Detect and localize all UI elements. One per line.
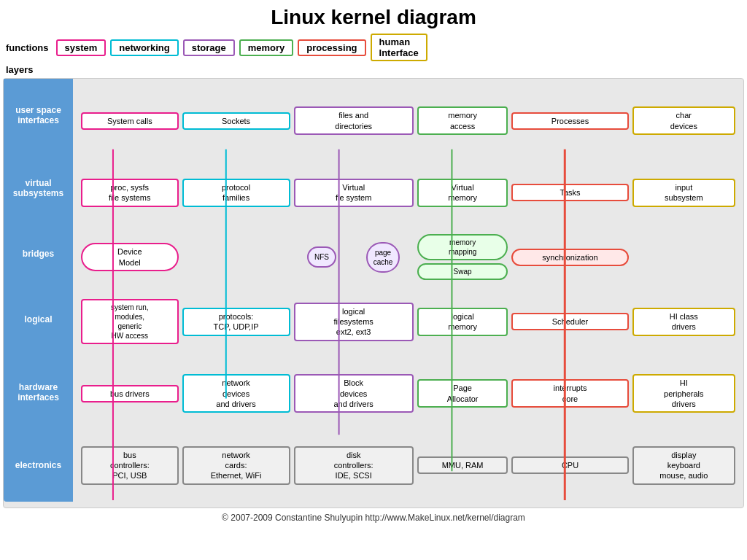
cell-interrupts-core: interruptscore xyxy=(511,379,628,408)
cell-logical-memory: logicalmemory xyxy=(417,308,508,336)
cell-page-cache: pagecache xyxy=(366,242,400,273)
func-networking: networking xyxy=(110,39,178,56)
layer-hardware: hardwareinterfaces xyxy=(4,356,73,429)
cell-page-allocator: PageAllocator xyxy=(417,379,508,408)
cell-display: displaykeyboardmouse, audio xyxy=(632,446,735,485)
func-human: humanInterface xyxy=(371,34,427,61)
cell-mmu-ram: MMU, RAM xyxy=(417,456,508,474)
cell-nfs: NFS xyxy=(307,246,336,268)
cell-memory-mapping: memorymapping xyxy=(417,234,508,260)
layer-bridges: bridges xyxy=(4,225,73,283)
cell-network-cards: networkcards:Ethernet, WiFi xyxy=(182,446,290,485)
diagram-area: user spaceinterfaces virtualsubsystems b… xyxy=(3,78,744,508)
cell-device-model: DeviceModel xyxy=(81,243,179,271)
func-system: system xyxy=(56,39,107,56)
layer-labels: user spaceinterfaces virtualsubsystems b… xyxy=(4,79,73,508)
cell-input-subsystem: inputsubsystem xyxy=(632,179,735,207)
footer: © 2007-2009 Constantine Shulyupin http:/… xyxy=(0,510,747,526)
cell-hi-peripherals: HIperipheralsdrivers xyxy=(632,374,735,413)
layer-user-space: user spaceinterfaces xyxy=(4,79,73,152)
cell-processes: Processes xyxy=(511,112,628,130)
cell-files-directories: files anddirectories xyxy=(294,106,414,135)
cell-block-devices: Blockdevicesand drivers xyxy=(294,374,414,413)
cell-swap: Swap xyxy=(417,263,508,280)
cell-char-devices: chardevices xyxy=(632,106,735,135)
layer-logical: logical xyxy=(4,283,73,356)
cell-hi-class-drivers: HI classdrivers xyxy=(632,308,735,336)
cell-bus-controllers: buscontrollers:PCI, USB xyxy=(81,446,179,485)
cell-memory-access: memoryaccess xyxy=(417,106,508,135)
cell-bus-drivers: bus drivers xyxy=(81,385,179,402)
cell-virtual-filesystem: Virtualfle system xyxy=(294,179,414,207)
cell-system-run: system run,modules,genericHW access xyxy=(81,299,179,344)
cell-protocols-tcp: protocols:TCP, UDP,IP xyxy=(182,308,290,336)
cell-scheduler: Scheduler xyxy=(511,313,628,330)
layer-electronics: electronics xyxy=(4,429,73,502)
layer-virtual: virtualsubsystems xyxy=(4,152,73,225)
cell-tasks: Tasks xyxy=(511,184,628,201)
func-processing: processing xyxy=(298,39,365,56)
main-diagram: System calls Sockets files anddirectorie… xyxy=(73,79,743,508)
functions-label: functions xyxy=(6,42,49,53)
cell-sockets: Sockets xyxy=(182,112,290,130)
page-title: Linux kernel diagram xyxy=(0,0,747,32)
diagram-table: System calls Sockets files anddirectorie… xyxy=(77,83,739,503)
cell-logical-filesystems: logicalfilesystemsext2, ext3 xyxy=(294,303,414,341)
cell-system-calls: System calls xyxy=(81,112,179,130)
cell-cpu: CPU xyxy=(511,456,628,474)
func-storage: storage xyxy=(183,39,235,56)
cell-protocol-families: protocolfamilies xyxy=(182,179,290,207)
func-memory: memory xyxy=(239,39,294,56)
cell-disk-controllers: diskcontrollers:IDE, SCSI xyxy=(294,446,414,485)
cell-proc-sysfs: proc, sysfsfile systems xyxy=(81,179,179,207)
cell-synchronization: synchronization xyxy=(511,249,628,266)
layers-label: layers xyxy=(0,63,747,77)
cell-network-devices: networkdevicesand drivers xyxy=(182,374,290,413)
cell-virtual-memory: Virtualmemory xyxy=(417,179,508,207)
